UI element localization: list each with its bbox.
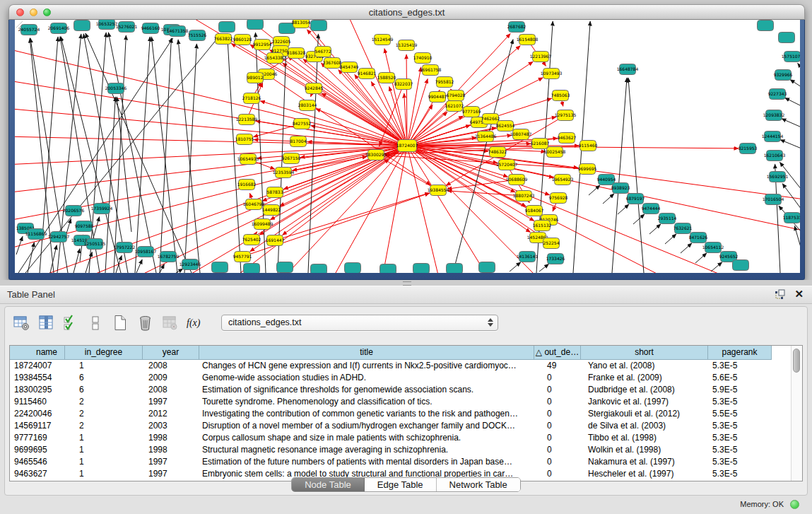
table-cell-name: 22420046 (10, 408, 65, 420)
select-all-icon[interactable] (61, 313, 80, 332)
table-cell-out_degree: 0 (534, 444, 581, 456)
graph-node[interactable] (212, 262, 228, 273)
table-row[interactable]: 977716911998Corpus callosum shape and si… (10, 432, 802, 444)
table-cell-pagerank: 5.5E-5 (708, 408, 772, 420)
float-panel-icon[interactable] (775, 289, 786, 299)
graph-node-label: 16154808 (517, 37, 539, 42)
graph-node[interactable] (219, 22, 235, 33)
table-row[interactable]: 969969511998Structural magnetic resonanc… (10, 444, 802, 456)
graph-node-label: 2322605 (272, 39, 291, 44)
graph-node[interactable] (345, 263, 361, 274)
table-cell-name: 18724007 (10, 360, 65, 372)
column-header-title[interactable]: title (199, 346, 534, 360)
table-panel-header: Table Panel ✕ (0, 286, 812, 304)
table-cell-year: 2009 (143, 372, 199, 384)
graph-node-label: 7515526 (188, 33, 207, 37)
table-vertical-scrollbar[interactable] (791, 346, 802, 481)
graph-node[interactable] (311, 21, 327, 31)
column-header-name[interactable]: name (10, 346, 65, 360)
graph-node-label: 12975135 (555, 112, 577, 117)
table-panel-content: f(x) citations_edges.txt namein_degreeye… (4, 306, 808, 496)
graph-node[interactable] (413, 264, 430, 274)
table-cell-pagerank: 5.3E-5 (708, 444, 772, 456)
graph-node-label: 587833 (267, 189, 283, 194)
graph-edge (665, 234, 676, 244)
graph-node[interactable] (244, 264, 260, 274)
select-rows-icon[interactable] (86, 313, 105, 332)
graph-node[interactable] (733, 260, 749, 271)
delete-table-icon[interactable] (160, 313, 179, 332)
graph-node[interactable] (479, 262, 495, 273)
graph-node-label: 16782759 (158, 254, 180, 259)
resize-grip-icon[interactable] (15, 20, 23, 28)
table-row[interactable]: 1938455462009Genome-wide association stu… (10, 372, 802, 384)
table-tabs-bar: Node TableEdge TableNetwork Table (5, 477, 807, 492)
graph-node[interactable] (380, 264, 396, 274)
column-header-year[interactable]: year (143, 346, 199, 360)
graph-node-label: 1588520 (377, 75, 396, 80)
table-row[interactable]: 1456911722003Disruption of a novel membe… (10, 420, 802, 432)
table-settings-icon[interactable] (12, 313, 30, 332)
graph-node-label: 1615132 (533, 223, 552, 228)
graph-node[interactable] (758, 21, 774, 31)
graph-node-label: 16210643 (764, 153, 786, 158)
graph-node-label: 546772 (315, 49, 331, 54)
scrollbar-thumb[interactable] (793, 349, 800, 373)
application-window: citations_edges.txt 24055724206914061065… (0, 0, 812, 514)
table-cell-short: Franke et al. (2009) (581, 372, 708, 384)
table-row[interactable]: 1872400712008Changes of HCN gene express… (10, 360, 802, 372)
graph-node-label: 10654112 (702, 245, 724, 250)
tab-edge-table[interactable]: Edge Table (365, 478, 437, 491)
graph-node-label: 15751074 (782, 54, 800, 59)
graph-node-label: 8454749 (340, 64, 359, 69)
tab-network-table[interactable]: Network Table (437, 478, 520, 491)
graph-node-label: 6794028 (447, 93, 466, 98)
table-cell-year: 1997 (143, 396, 199, 408)
table-row[interactable]: 946554611997Estimation of the future num… (10, 456, 802, 468)
network-canvas-container[interactable]: 2405572420691406106532571527602194661601… (15, 20, 800, 273)
graph-edge (589, 185, 600, 195)
close-panel-icon[interactable]: ✕ (794, 288, 804, 300)
graph-node-label: 11156869 (25, 231, 47, 236)
column-header-short[interactable]: short (581, 346, 708, 360)
table-source-dropdown[interactable]: citations_edges.txt (221, 315, 498, 331)
graph-edge (782, 119, 800, 127)
delete-icon[interactable] (136, 313, 154, 332)
graph-edge (184, 146, 407, 273)
graph-node[interactable] (74, 21, 90, 31)
memory-ok-indicator[interactable] (790, 500, 799, 509)
new-table-icon[interactable] (111, 313, 129, 332)
table-cell-pagerank: 5.3E-5 (708, 420, 772, 432)
graph-edge (382, 146, 407, 273)
graph-node-label: 1691447 (266, 238, 285, 243)
column-header-in_degree[interactable]: in_degree (65, 346, 143, 360)
split-pane-divider[interactable] (0, 280, 812, 286)
column-header-out_degree[interactable]: △ out_de… (534, 346, 581, 360)
graph-node-label: 7625402 (242, 237, 261, 242)
status-bar: Memory: OK (0, 496, 812, 514)
table-columns-icon[interactable] (37, 313, 55, 332)
graph-node[interactable] (247, 20, 264, 30)
graph-node-label: 8471626 (689, 235, 708, 240)
graph-node[interactable] (311, 264, 327, 274)
graph-node-label: 18300295 (365, 152, 387, 157)
node-table: namein_degreeyeartitle△ out_de…shortpage… (9, 345, 803, 481)
table-row[interactable]: 911546021997Tourette syndrome. Phenomeno… (10, 396, 802, 408)
graph-node[interactable] (779, 33, 795, 43)
column-header-pagerank[interactable]: pagerank (708, 346, 772, 360)
graph-edge (407, 146, 729, 273)
table-cell-short: Dudbridge et al. (2008) (581, 384, 708, 396)
network-window-titlebar[interactable]: citations_edges.txt (8, 4, 805, 20)
graph-edge (711, 262, 722, 271)
table-row[interactable]: 1830029562008Estimation of significance … (10, 384, 802, 396)
tab-node-table[interactable]: Node Table (292, 478, 365, 491)
table-cell-short: Tibbo et al. (1998) (581, 432, 708, 444)
table-row[interactable]: 2242004622012Investigating the contribut… (10, 408, 802, 420)
table-cell-short: Yano et al. (2008) (581, 360, 708, 372)
graph-node[interactable] (447, 264, 463, 274)
network-canvas[interactable]: 2405572420691406106532571527602194661601… (15, 20, 800, 273)
table-cell-in_degree: 6 (65, 384, 143, 396)
function-builder-icon[interactable]: f(x) (185, 313, 204, 332)
graph-node[interactable] (277, 262, 293, 273)
table-cell-title: Corpus callosum shape and size in male p… (199, 432, 534, 444)
